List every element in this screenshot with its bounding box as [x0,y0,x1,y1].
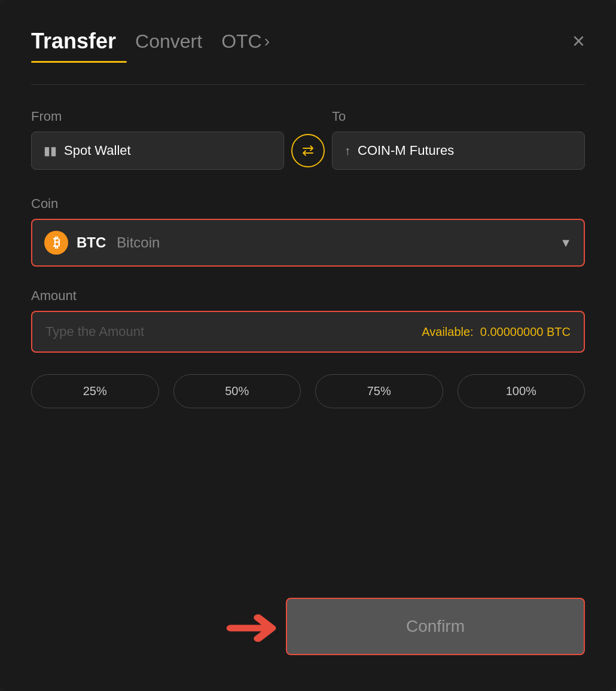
otc-chevron-icon: › [264,32,270,51]
percent-75-button[interactable]: 75% [315,374,443,408]
tab-transfer[interactable]: Transfer [31,29,116,54]
btc-icon: ₿ [44,231,68,255]
from-to-section: From ▮▮ Spot Wallet ⇄ To ↑ COIN-M Future… [31,109,585,170]
to-block: To ↑ COIN-M Futures [332,109,585,170]
amount-input-box[interactable]: Type the Amount Available: 0.00000000 BT… [31,311,585,353]
coin-symbol: BTC [77,234,106,251]
to-wallet-select[interactable]: ↑ COIN-M Futures [332,132,585,170]
wallet-icon: ▮▮ [44,143,57,158]
tab-convert[interactable]: Convert [135,30,202,53]
coin-label: Coin [31,196,585,212]
arrow-container: ➜ [31,600,286,653]
coin-full-name: Bitcoin [117,234,160,251]
to-wallet-name: COIN-M Futures [358,143,454,158]
coin-select-dropdown[interactable]: ₿ BTC Bitcoin ▼ [31,219,585,267]
amount-placeholder: Type the Amount [45,324,144,340]
header-tabs: Transfer Convert OTC › × [31,29,585,54]
swap-button[interactable]: ⇄ [291,134,325,167]
confirm-row: ➜ Confirm [31,598,585,655]
available-value: 0.00000000 BTC [480,325,571,338]
arrow-right-icon: ➜ [222,600,281,653]
amount-label: Amount [31,288,585,304]
futures-icon: ↑ [344,144,350,158]
to-label: To [332,109,585,124]
divider [31,84,585,85]
from-wallet-select[interactable]: ▮▮ Spot Wallet [31,132,284,170]
swap-icon: ⇄ [302,142,314,159]
close-button[interactable]: × [572,30,585,52]
percent-100-button[interactable]: 100% [458,374,585,408]
amount-section: Amount Type the Amount Available: 0.0000… [31,288,585,353]
transfer-modal: Transfer Convert OTC › × From ▮▮ Spot Wa… [0,0,616,691]
amount-available: Available: 0.00000000 BTC [422,325,571,339]
tab-otc[interactable]: OTC › [221,30,270,53]
coin-chevron-icon: ▼ [560,236,572,250]
from-label: From [31,109,284,124]
percent-25-button[interactable]: 25% [31,374,159,408]
tab-underline [31,61,127,63]
confirm-button[interactable]: Confirm [286,598,585,655]
percent-50-button[interactable]: 50% [173,374,301,408]
coin-section: Coin ₿ BTC Bitcoin ▼ [31,196,585,267]
from-block: From ▮▮ Spot Wallet [31,109,284,170]
from-wallet-name: Spot Wallet [64,143,131,158]
percent-row: 25% 50% 75% 100% [31,374,585,408]
swap-btn-container: ⇄ [284,134,332,170]
